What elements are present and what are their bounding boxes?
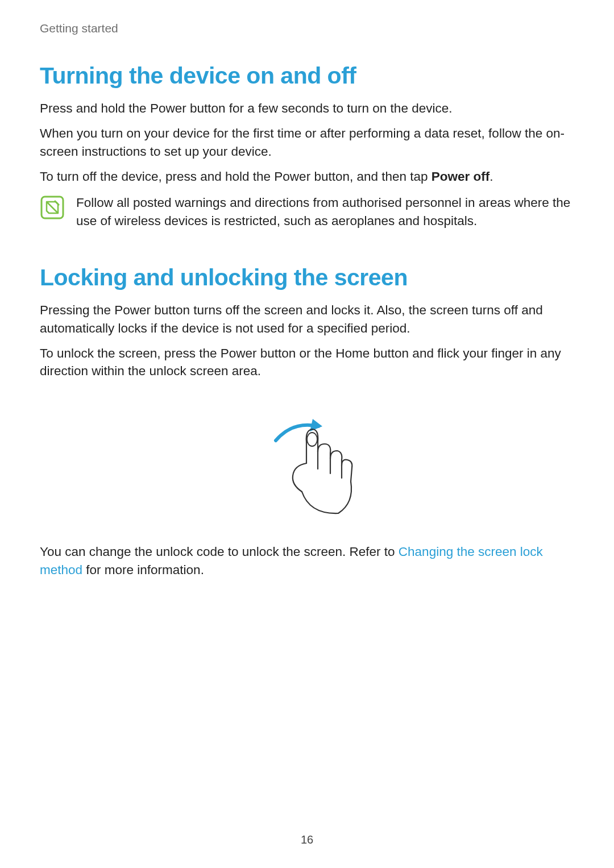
paragraph: Press and hold the Power button for a fe… (40, 99, 574, 118)
paragraph: You can change the unlock code to unlock… (40, 543, 574, 579)
svg-point-1 (307, 433, 317, 446)
paragraph: To unlock the screen, press the Power bu… (40, 344, 574, 381)
breadcrumb: Getting started (40, 22, 574, 35)
swipe-gesture-figure (40, 406, 574, 526)
bold-power-off: Power off (432, 169, 490, 184)
paragraph: Pressing the Power button turns off the … (40, 301, 574, 338)
section-heading-turning-on-off: Turning the device on and off (40, 63, 574, 89)
note-block: Follow all posted warnings and direction… (40, 194, 574, 230)
text-span: To turn off the device, press and hold t… (40, 169, 432, 184)
text-span: You can change the unlock code to unlock… (40, 545, 399, 559)
paragraph: To turn off the device, press and hold t… (40, 168, 574, 186)
text-span: for more information. (82, 563, 204, 577)
section-heading-locking-unlocking: Locking and unlocking the screen (40, 264, 574, 291)
note-text: Follow all posted warnings and direction… (76, 194, 574, 230)
note-icon (40, 195, 65, 220)
text-span: . (489, 169, 493, 184)
paragraph: When you turn on your device for the fir… (40, 124, 574, 161)
page-number: 16 (0, 833, 614, 846)
